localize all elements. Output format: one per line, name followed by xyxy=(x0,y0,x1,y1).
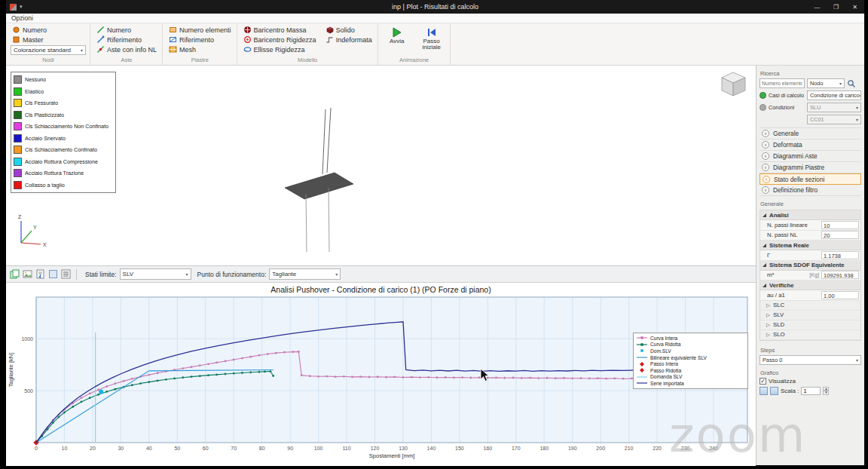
legend-item: Cls Fessurato xyxy=(11,97,115,109)
minimize-button[interactable]: — xyxy=(808,0,827,14)
property-expand-slc[interactable]: ▷SLC xyxy=(760,301,860,311)
chevron-down-icon: ∨ xyxy=(762,130,769,137)
section-definizione-filtro[interactable]: ∨Definizione filtro xyxy=(760,185,861,196)
scala-input[interactable] xyxy=(801,387,821,395)
ribbon-group-nodi: Numero Master Colorazione standard ▾ Nod… xyxy=(6,23,90,65)
viewport-3d[interactable]: Z Y X NessunoElasticoCls FessuratoCls Pl… xyxy=(6,66,756,265)
legend-swatch xyxy=(14,158,22,166)
property-value[interactable]: 20 xyxy=(821,231,859,239)
section-generale[interactable]: ∨Generale xyxy=(760,128,861,139)
fit-view-icon[interactable] xyxy=(770,387,778,395)
legend-swatch xyxy=(14,87,22,96)
grafico-label: Grafico xyxy=(760,369,861,376)
beam-reference-icon xyxy=(96,35,105,44)
svg-text:210: 210 xyxy=(625,446,634,451)
property-label: N. passi lineare xyxy=(767,222,821,228)
legend-item: Cls Schiacciamento Confinato xyxy=(11,144,115,156)
slab xyxy=(285,173,353,199)
property-expand-sld[interactable]: ▷SLD xyxy=(760,320,860,330)
search-icon[interactable] xyxy=(847,79,856,88)
menu-opzioni[interactable]: Opzioni xyxy=(6,14,38,22)
property-value[interactable]: 109291.938 xyxy=(821,271,859,279)
axis-z-label: Z xyxy=(18,214,22,219)
steps-label: Steps xyxy=(760,347,861,354)
svg-text:110: 110 xyxy=(342,446,350,451)
grid-icon[interactable] xyxy=(760,387,768,395)
slu-select[interactable]: SLU ▾ xyxy=(807,103,861,112)
section-diagrammi-piastre[interactable]: ∨Diagrammi Piastre xyxy=(760,162,861,173)
toggle-plate-number[interactable]: Numero elementi xyxy=(167,25,233,35)
axis-y-label: Y xyxy=(33,225,37,230)
axis-triad: Z Y X xyxy=(18,214,47,247)
copy-chart-icon[interactable] xyxy=(10,269,20,279)
toggle-mass-center[interactable]: Baricentro Massa xyxy=(242,25,318,35)
undeformed-icon xyxy=(326,35,334,44)
expander-triangle-icon xyxy=(763,284,766,287)
spin-down-icon[interactable]: ▼ xyxy=(823,391,829,395)
ribbon-item-label: Riferimento xyxy=(107,36,142,44)
chart-legend-label: Curva Ridotta xyxy=(650,342,680,347)
section-diagrammi-aste[interactable]: ∨Diagrammi Aste xyxy=(760,151,861,162)
toggle-undeformed[interactable]: Indeformata xyxy=(324,35,374,44)
zoom-reset-icon[interactable] xyxy=(48,269,58,279)
svg-text:150: 150 xyxy=(455,446,464,451)
svg-text:40: 40 xyxy=(146,446,152,451)
cc01-select[interactable]: CC01 ▾ xyxy=(807,115,861,124)
svg-text:120: 120 xyxy=(371,446,380,451)
toggle-stiffness-center[interactable]: Baricentro Rigidezza xyxy=(242,35,318,44)
play-icon xyxy=(391,26,403,38)
property-expand-slo[interactable]: ▷SLO xyxy=(760,330,860,340)
expand-arrow-icon: ▷ xyxy=(766,332,770,338)
view-cube xyxy=(722,72,745,96)
quick-access-caret-icon[interactable]: ▾ xyxy=(20,4,23,10)
passo-iniziale-button[interactable]: Passo iniziale xyxy=(417,25,446,51)
steps-select[interactable]: Passo 0 ▾ xyxy=(760,355,861,365)
chevron-up-icon: ∧ xyxy=(763,176,770,183)
section-stato-delle-sezioni[interactable]: ∧Stato delle sezioni xyxy=(760,173,861,185)
colorazione-standard-select[interactable]: Colorazione standard ▾ xyxy=(11,45,86,55)
toggle-solid[interactable]: Solido xyxy=(324,25,374,35)
toggle-plate-reference[interactable]: Riferimento xyxy=(167,35,233,44)
toggle-beam-reference[interactable]: Riferimento xyxy=(95,35,158,44)
property-value[interactable]: 1.1738 xyxy=(821,251,859,259)
toggle-mesh[interactable]: Mesh xyxy=(167,44,233,54)
property-section-header: Analisi xyxy=(760,210,860,220)
condizione-carico-select[interactable]: Condizione di carico ▾ xyxy=(807,90,861,100)
chevron-down-icon: ▾ xyxy=(81,48,83,53)
svg-text:180: 180 xyxy=(539,446,549,451)
casi-di-calcolo-radio[interactable] xyxy=(760,92,766,99)
scala-stepper[interactable]: ▲▼ xyxy=(823,387,829,395)
close-button[interactable]: ✕ xyxy=(845,0,864,14)
visualizza-label: Visualizza xyxy=(769,378,796,385)
toggle-node-master[interactable]: Master xyxy=(11,35,86,44)
visualizza-checkbox[interactable]: ✓ xyxy=(760,378,766,385)
search-type-select[interactable]: Nodo ▾ xyxy=(807,78,845,88)
export-data-icon[interactable] xyxy=(35,269,45,279)
condizioni-radio[interactable] xyxy=(760,104,766,111)
toggle-beam-nl-info[interactable]: Aste con info NL xyxy=(95,44,158,54)
section-deformata[interactable]: ∨Deformata xyxy=(760,139,861,151)
property-section-header: Sistema Reale xyxy=(760,241,860,250)
stati-limite-select[interactable]: SLV ▾ xyxy=(120,268,191,280)
chart-legend-item: Curva Intera xyxy=(636,335,745,342)
legend-label: Cls Schiacciamento Confinato xyxy=(25,146,97,153)
legend-label: Acciaio Snervato xyxy=(25,135,66,142)
search-input[interactable] xyxy=(760,78,805,88)
property-expand-slv[interactable]: ▷SLV xyxy=(760,311,860,320)
avvia-button[interactable]: Avvia xyxy=(383,25,411,51)
legend-toggle-icon[interactable] xyxy=(61,269,71,279)
toggle-node-number[interactable]: Numero xyxy=(11,25,86,35)
property-value[interactable]: 1.00 xyxy=(821,291,859,299)
svg-text:230: 230 xyxy=(681,446,690,451)
punto-funzionamento-select[interactable]: Tagliante ▾ xyxy=(269,268,341,280)
property-value[interactable]: 10 xyxy=(821,221,859,229)
chart-area[interactable]: Analisi Pushover - Condizione di carico … xyxy=(6,283,756,466)
save-image-icon[interactable] xyxy=(23,269,32,279)
property-expand-label: SLV xyxy=(773,311,784,318)
ribbon-item-label: Mesh xyxy=(179,46,196,54)
toggle-beam-number[interactable]: Numero xyxy=(95,25,158,35)
toggle-stiffness-ellipse[interactable]: Ellisse Rigidezza xyxy=(242,44,318,54)
maximize-button[interactable]: ❐ xyxy=(827,0,845,14)
mesh-icon xyxy=(169,45,177,54)
ribbon-item-label: Baricentro Rigidezza xyxy=(254,36,316,44)
